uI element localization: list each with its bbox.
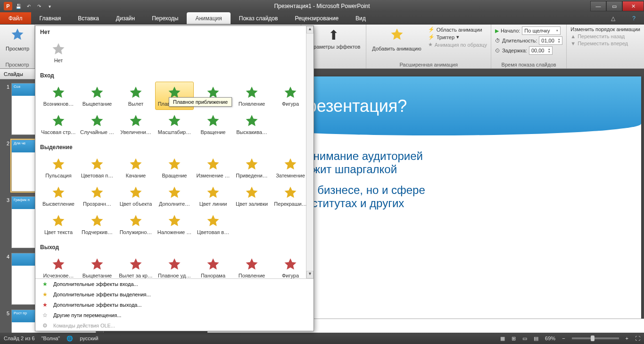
scroll-up-icon[interactable]: ▲ [306, 26, 314, 34]
help-icon[interactable]: ? [624, 12, 644, 24]
effect-item[interactable]: Дополните… [155, 182, 194, 210]
effect-item[interactable]: Случайные … [78, 110, 116, 138]
effect-star-icon [90, 213, 105, 228]
effect-item[interactable]: Появление [232, 253, 271, 278]
effect-item[interactable]: Появление [232, 82, 271, 110]
effect-item[interactable]: Наложение … [155, 210, 194, 238]
effect-item[interactable]: Часовая стр… [39, 110, 78, 138]
tab-review[interactable]: Рецензирование [286, 12, 347, 24]
add-animation-button[interactable]: Добавить анимацию [370, 26, 423, 52]
effect-label: Появление [239, 273, 265, 278]
zoom-in-button[interactable]: + [626, 336, 628, 341]
start-combo[interactable]: По щелчку▾ [522, 26, 561, 35]
effect-item[interactable]: Цвет линии [194, 182, 232, 210]
effect-item[interactable]: Увеличени… [116, 110, 155, 138]
gallery-scrollbar[interactable]: ▲ ▼ [306, 26, 314, 278]
effect-item[interactable]: Вращение [194, 110, 232, 138]
trigger-button[interactable]: ⚡Триггер ▾ [428, 34, 487, 40]
view-reading-icon[interactable]: ▭ [522, 336, 527, 342]
effect-item[interactable]: Масштабир… [155, 110, 194, 138]
effect-star-icon [90, 185, 105, 200]
effect-item[interactable]: Приведени… [232, 153, 271, 182]
effect-item[interactable]: Выцветание [78, 82, 116, 110]
effect-star-icon [90, 85, 105, 100]
effect-item[interactable]: Вылет за кр… [116, 253, 155, 278]
effect-label: Перекраши… [274, 201, 306, 207]
effect-item[interactable]: Цвет объекта [116, 182, 155, 210]
effect-star-icon [51, 213, 66, 228]
effect-item[interactable]: Возникнов… [39, 82, 78, 110]
effect-star-icon [90, 257, 105, 272]
tab-slideshow[interactable]: Показ слайдов [231, 12, 287, 24]
effect-item[interactable]: Вылет [116, 82, 155, 110]
tab-insert[interactable]: Вставка [69, 12, 107, 24]
effect-item[interactable]: Фигура [271, 82, 310, 110]
effect-item[interactable]: Цветовая п… [78, 153, 116, 182]
effect-item[interactable]: Полужирно… [116, 210, 155, 238]
fit-button[interactable]: ⛶ [635, 336, 640, 341]
effect-item[interactable]: Плавное уд… [155, 253, 194, 278]
more-exit-effects[interactable]: ★Дополнительные эффекты выхода... [35, 300, 314, 310]
effect-item[interactable]: Выскакива… [232, 110, 271, 138]
redo-icon[interactable]: ↷ [35, 2, 43, 10]
tab-view[interactable]: Вид [347, 12, 374, 24]
ole-icon: ⚙ [41, 322, 49, 329]
undo-icon[interactable]: ↶ [25, 2, 33, 10]
group-ext-anim-label: Расширенная анимация [370, 62, 487, 67]
close-button[interactable]: ✕ [622, 1, 644, 11]
zoom-slider[interactable] [572, 337, 619, 339]
tab-file[interactable]: Файл [0, 12, 31, 24]
effect-item[interactable]: Изменение … [194, 153, 232, 182]
effect-label: Появление [239, 101, 265, 107]
tab-home[interactable]: Главная [31, 12, 70, 24]
view-slideshow-icon[interactable]: ▤ [534, 336, 538, 342]
effect-item[interactable]: Цвет текста [39, 210, 78, 238]
view-sorter-icon[interactable]: ⊞ [512, 336, 516, 342]
tab-design[interactable]: Дизайн [107, 12, 143, 24]
zoom-level[interactable]: 69% [545, 336, 555, 341]
more-entrance-effects[interactable]: ★Дополнительные эффекты входа... [35, 279, 314, 289]
effect-item[interactable]: Панорама [194, 253, 232, 278]
zoom-out-button[interactable]: − [562, 336, 565, 341]
effect-item[interactable]: Затемнение [271, 153, 310, 182]
effect-label: Исчезнове… [43, 273, 74, 278]
tab-animation[interactable]: Анимация [187, 12, 230, 24]
maximize-button[interactable]: ▭ [606, 1, 622, 11]
effect-none[interactable]: Нет [39, 38, 78, 67]
effect-label: Фигура [282, 101, 299, 107]
minimize-button[interactable]: — [590, 1, 606, 11]
effect-label: Цвет линии [199, 201, 227, 207]
tab-transitions[interactable]: Переходы [143, 12, 187, 24]
effect-item[interactable]: Цвет заливки [232, 182, 271, 210]
effect-label: Полужирно… [120, 229, 152, 235]
animation-pane-button[interactable]: ⚡Область анимации [428, 26, 487, 33]
ribbon-minimize-icon[interactable]: △ [603, 12, 624, 24]
effect-item[interactable]: Фигура [271, 253, 310, 278]
effect-item[interactable]: Высветление [39, 182, 78, 210]
effect-item[interactable]: Цветовая в… [194, 210, 232, 238]
effect-item[interactable]: Пульсация [39, 153, 78, 182]
effect-item[interactable]: Исчезнове… [39, 253, 78, 278]
more-motion-paths[interactable]: ☆Другие пути перемещения... [35, 310, 314, 320]
effect-item[interactable]: Качание [116, 153, 155, 182]
view-normal-icon[interactable]: ▦ [500, 336, 505, 342]
effect-item[interactable]: Подчеркив… [78, 210, 116, 238]
effect-item[interactable]: Перекраши… [271, 182, 310, 210]
exit-star-icon: ★ [41, 302, 49, 308]
qat-more-icon[interactable]: ▾ [45, 2, 54, 10]
status-slide-count: Слайд 2 из 6 [4, 336, 35, 341]
effect-star-icon [206, 113, 221, 128]
preview-button[interactable]: Просмотр [4, 26, 31, 52]
effect-item[interactable]: Прозрачн… [78, 182, 116, 210]
effect-item[interactable]: Выцветание [78, 253, 116, 278]
save-icon[interactable]: 💾 [14, 2, 23, 10]
status-language[interactable]: русский [80, 336, 98, 341]
duration-spin[interactable]: 01,00▴▾ [539, 36, 562, 45]
effect-star-icon [244, 85, 259, 100]
scroll-down-icon[interactable]: ▼ [306, 271, 314, 278]
delay-spin[interactable]: 00,00▴▾ [529, 46, 553, 55]
effect-label: Возникнов… [43, 101, 74, 107]
more-emphasis-effects[interactable]: ★Дополнительные эффекты выделения... [35, 289, 314, 300]
effect-star-icon [244, 257, 259, 272]
effect-item[interactable]: Вращение [155, 153, 194, 182]
